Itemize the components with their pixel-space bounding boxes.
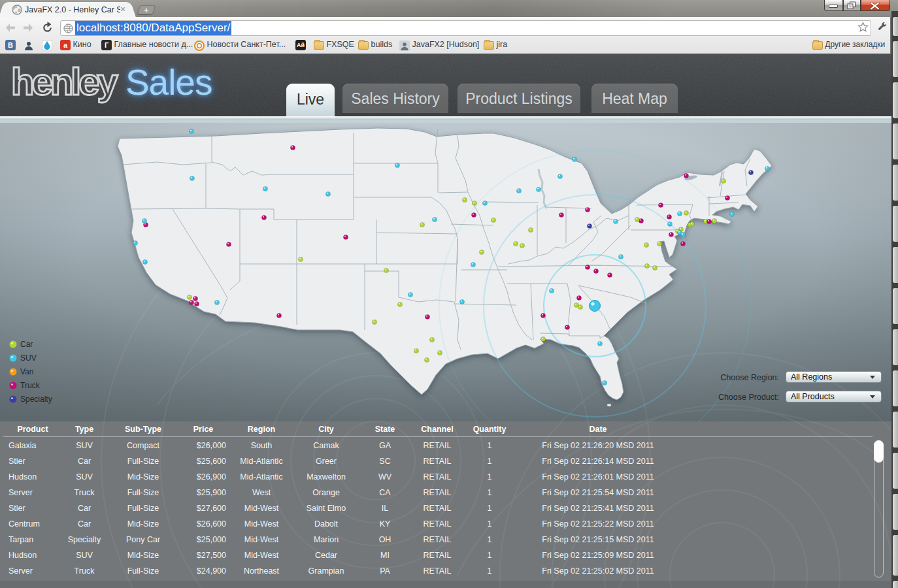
svg-text:Specialty: Specialty (20, 395, 52, 404)
svg-text:SUV: SUV (20, 353, 37, 363)
svg-text:Van: Van (20, 367, 33, 376)
svg-text:Truck: Truck (20, 381, 41, 390)
svg-text:Car: Car (20, 340, 33, 349)
